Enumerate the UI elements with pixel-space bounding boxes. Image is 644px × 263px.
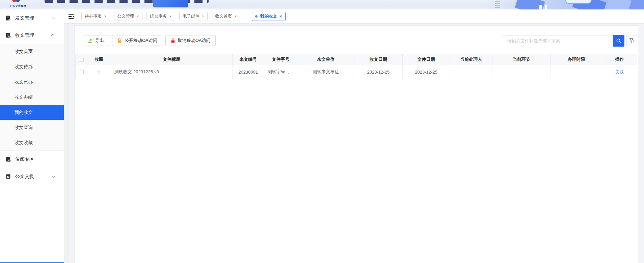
close-icon[interactable]: × <box>137 14 139 19</box>
header-pill-button[interactable] <box>565 0 592 4</box>
open-mobile-oa-button[interactable]: 公开移动OA访问 <box>112 35 162 46</box>
row-checkbox[interactable] <box>79 70 84 74</box>
tab-bar: 待办事项 × 公文管理 × 综合事务 × 电子邮件 × 收文首页 × 我的收文 <box>64 9 644 24</box>
active-tab-dot <box>255 15 258 18</box>
header-artwork-shape <box>606 0 632 9</box>
sidebar-item-label: 公文交换 <box>15 174 34 180</box>
doc-exchange-icon <box>5 174 11 179</box>
sidebar-item-label: 传阅专区 <box>15 156 34 162</box>
export-label: 导出 <box>95 37 104 44</box>
tab-label: 待办事项 <box>85 14 102 19</box>
tab-pending-matters[interactable]: 待办事项 × <box>81 12 110 21</box>
cell-step <box>492 65 551 79</box>
top-header: 广东交通集团 <box>0 0 644 9</box>
column-header-step: 当前环节 <box>492 54 551 65</box>
header-artwork-bar <box>539 5 542 9</box>
export-button[interactable]: 导出 <box>83 35 109 46</box>
sidebar-item-incoming-search[interactable]: 收文查询 <box>0 120 64 135</box>
lock-icon <box>170 38 176 43</box>
documents-table: 收藏 文件标题 来文编号 文件字号 来文单位 收文日期 文件日期 当前处理人 当… <box>75 54 637 79</box>
cell-doc-no: 测试字号〔... <box>264 65 298 79</box>
column-header-unit: 来文单位 <box>297 54 354 65</box>
close-icon[interactable]: × <box>169 14 172 19</box>
cell-handler <box>450 65 492 79</box>
search-button[interactable] <box>613 35 624 47</box>
sidebar-item-label: 发文管理 <box>15 15 34 21</box>
column-header-number: 来文编号 <box>233 54 264 65</box>
unlock-icon <box>117 38 122 43</box>
sidebar-item-incoming-home[interactable]: 收文首页 <box>0 44 64 59</box>
close-icon[interactable]: × <box>234 14 237 19</box>
menu-fold-icon[interactable] <box>68 14 75 19</box>
tab-doc-mgmt[interactable]: 公文管理 × <box>114 12 143 21</box>
tab-label: 综合事务 <box>150 14 167 19</box>
sidebar-item-incoming-mgmt[interactable]: 收文管理 <box>0 27 64 44</box>
search-icon <box>616 38 621 44</box>
column-header-favorite: 收藏 <box>87 54 111 65</box>
tab-incoming-home[interactable]: 收文首页 × <box>212 12 240 21</box>
sidebar-item-circulation-zone[interactable]: 传阅专区 <box>0 151 64 168</box>
cell-number: 20230001 <box>233 65 264 79</box>
app-root: 广东交通集团 发文管理 <box>0 0 644 263</box>
column-header-deadline: 办理时限 <box>551 54 602 65</box>
column-header-title: 文件标题 <box>111 54 233 65</box>
doc-incoming-icon <box>5 32 11 38</box>
chevron-up-icon <box>51 34 54 37</box>
export-icon <box>88 38 93 43</box>
header-artwork-bar <box>545 5 547 9</box>
doc-outgoing-icon <box>5 15 11 21</box>
tab-label: 公文管理 <box>117 14 134 19</box>
column-header-doc-no: 文件字号 <box>264 54 298 65</box>
sidebar-submenu: 收文首页 收文待办 收文已办 收文办结 我的收文 收文查询 收文收藏 <box>0 44 64 151</box>
chevron-down-icon <box>52 16 55 19</box>
column-header-doc-date: 文件日期 <box>403 54 450 65</box>
cell-unit: 测试来文单位 <box>297 65 354 79</box>
sidebar-item-doc-exchange[interactable]: 公文交换 <box>0 168 64 185</box>
sidebar-item-incoming-done[interactable]: 收文已办 <box>0 74 64 89</box>
relation-link[interactable]: 关联 <box>615 69 624 75</box>
cell-recv-date: 2023-12-25 <box>354 65 403 79</box>
table-row: ☆ 测试收文-20231225-v3 20230001 测试字号〔... 测试来… <box>75 65 637 79</box>
chevron-down-icon <box>52 174 55 178</box>
content-card: 导出 公开移动OA访问 取消移动OA访问 <box>74 25 638 263</box>
close-icon[interactable]: × <box>202 14 205 19</box>
tab-label: 收文首页 <box>215 14 232 19</box>
toolbar: 导出 公开移动OA访问 取消移动OA访问 <box>83 35 219 46</box>
sidebar-gutter <box>64 24 69 263</box>
sidebar-item-incoming-closed[interactable]: 收文办结 <box>0 89 64 105</box>
open-mobile-oa-label: 公开移动OA访问 <box>125 37 157 44</box>
header-artwork-stripes <box>495 1 500 8</box>
header-artwork-shape <box>628 0 644 9</box>
cancel-mobile-oa-label: 取消移动OA访问 <box>178 37 211 44</box>
tab-general-affairs[interactable]: 综合事务 × <box>146 12 175 21</box>
tab-my-incoming[interactable]: 我的收文 × <box>252 12 286 21</box>
column-header-action: 操作 <box>602 54 637 65</box>
sidebar-item-incoming-todo[interactable]: 收文待办 <box>0 59 64 74</box>
column-header-recv-date: 收文日期 <box>354 54 403 65</box>
tab-email[interactable]: 电子邮件 × <box>179 12 208 21</box>
filter-icon <box>629 38 635 43</box>
search-area <box>503 35 637 47</box>
tab-label: 我的收文 <box>260 14 277 19</box>
favorite-star-icon[interactable]: ☆ <box>97 69 102 75</box>
advanced-filter-button[interactable] <box>626 35 637 46</box>
cell-doc-date: 2023-12-25 <box>403 65 450 79</box>
tab-label: 电子邮件 <box>183 14 199 19</box>
close-icon[interactable]: × <box>279 14 282 19</box>
table-header-row: 收藏 文件标题 来文编号 文件字号 来文单位 收文日期 文件日期 当前处理人 当… <box>75 54 637 65</box>
cell-title[interactable]: 测试收文-20231225-v3 <box>111 65 233 79</box>
logo-caption: 广东交通集团 <box>10 4 26 8</box>
sidebar: 发文管理 收文管理 收文首页 收文待办 收文已办 收文办结 我的收文 收文查询 … <box>0 9 64 263</box>
sidebar-item-incoming-favorites[interactable]: 收文收藏 <box>0 135 64 150</box>
open-tabs: 待办事项 × 公文管理 × 综合事务 × 电子邮件 × 收文首页 × 我的收文 <box>81 12 286 21</box>
company-logo-icon <box>12 0 22 3</box>
sidebar-item-outgoing-mgmt[interactable]: 发文管理 <box>0 9 64 27</box>
select-all-checkbox[interactable] <box>79 57 84 62</box>
cancel-mobile-oa-button[interactable]: 取消移动OA访问 <box>165 35 216 46</box>
doc-circulation-icon <box>5 156 11 162</box>
sidebar-item-my-incoming[interactable]: 我的收文 <box>0 105 64 120</box>
search-input[interactable] <box>503 35 613 46</box>
sidebar-item-label: 收文管理 <box>15 32 34 38</box>
close-icon[interactable]: × <box>104 14 107 19</box>
cell-deadline <box>551 65 602 79</box>
